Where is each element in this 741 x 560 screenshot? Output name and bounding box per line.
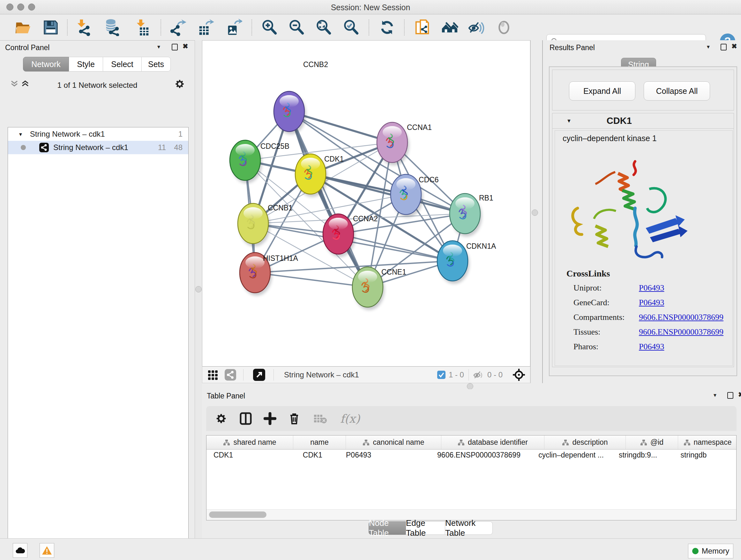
- fit-content-crosshair-icon[interactable]: [512, 368, 526, 381]
- network-group-row[interactable]: ▼ String Network – cdk1 1: [8, 127, 188, 141]
- refresh-button[interactable]: [378, 18, 396, 37]
- network-canvas[interactable]: CCNB2CCNA1CDC25BCDK1CDC6RB1CCNB1CCNA2CDK…: [202, 40, 530, 367]
- export-image-button[interactable]: [224, 18, 243, 37]
- node-CDC6[interactable]: CDC6: [391, 174, 439, 217]
- column-header-name[interactable]: name: [293, 435, 346, 449]
- zoom-out-button[interactable]: [287, 18, 306, 37]
- gene-section-header[interactable]: ▼ CDK1: [552, 113, 734, 129]
- save-session-button[interactable]: [42, 18, 60, 37]
- column-header-canonical-name[interactable]: canonical name: [346, 435, 441, 449]
- tab-sets[interactable]: Sets: [142, 57, 171, 71]
- table-cell[interactable]: CDK1: [206, 451, 286, 459]
- hidden-eye-icon[interactable]: [473, 370, 484, 380]
- divider-handle[interactable]: [467, 383, 473, 389]
- divider-handle[interactable]: [195, 286, 202, 293]
- control-panel-divider[interactable]: [195, 40, 203, 538]
- crosslink-value-link[interactable]: P06493: [639, 283, 664, 293]
- node-CDC25B[interactable]: CDC25B: [230, 140, 289, 183]
- node-CDKN1A[interactable]: CDKN1A: [437, 241, 496, 284]
- export-table-button[interactable]: [196, 18, 215, 37]
- column-header--id[interactable]: @id: [626, 435, 678, 449]
- cloud-button[interactable]: [13, 543, 27, 558]
- control-panel-float-icon[interactable]: [172, 44, 178, 51]
- column-header-namespace[interactable]: namespace: [678, 435, 737, 449]
- export-network-button[interactable]: [169, 18, 187, 37]
- crosslink-value-link[interactable]: P06493: [639, 298, 664, 307]
- table-cell[interactable]: 9606.ENSP00000378699: [427, 451, 530, 459]
- tab-network[interactable]: Network: [23, 57, 69, 71]
- column-header-description[interactable]: description: [544, 435, 626, 449]
- column-tree-icon: [362, 439, 369, 446]
- column-header-shared-name[interactable]: shared name: [206, 435, 293, 449]
- warning-button[interactable]: [40, 543, 54, 558]
- function-builder-button[interactable]: f(x): [340, 412, 360, 425]
- birds-eye-button[interactable]: [495, 18, 513, 37]
- zoom-selected-button[interactable]: [342, 18, 360, 37]
- control-panel-close-icon[interactable]: ✖: [183, 43, 188, 50]
- import-table-from-file-button[interactable]: [132, 18, 151, 37]
- control-panel-menu-icon[interactable]: ▼: [156, 44, 161, 50]
- table-cell[interactable]: stringdb: [664, 451, 723, 459]
- node-CCNE1[interactable]: CCNE1: [352, 267, 406, 310]
- table-panel-float-icon[interactable]: [727, 392, 733, 399]
- crosslink-value-link[interactable]: P06493: [639, 342, 664, 352]
- table-cell[interactable]: stringdb:9...: [612, 451, 664, 459]
- network-item-row[interactable]: String Network – cdk1 11 48: [8, 141, 188, 154]
- delete-column-icon[interactable]: [288, 412, 300, 425]
- table-cell[interactable]: CDK1: [286, 451, 339, 459]
- collapse-caret-icon[interactable]: ▼: [566, 118, 571, 124]
- scrollbar-thumb[interactable]: [209, 511, 266, 518]
- tab-node-table[interactable]: Node Table: [368, 521, 406, 535]
- zoom-fit-button[interactable]: [314, 18, 333, 37]
- tab-network-table[interactable]: Network Table: [445, 521, 493, 535]
- divider-handle[interactable]: [532, 209, 538, 216]
- application-window: Session: New Session: [0, 0, 741, 560]
- gear-icon[interactable]: [215, 413, 227, 425]
- results-panel-divider[interactable]: [530, 40, 545, 383]
- open-session-button[interactable]: [13, 18, 32, 37]
- crosslink-value-link[interactable]: 9606.ENSP00000378699: [639, 327, 724, 337]
- tab-style[interactable]: Style: [69, 57, 103, 71]
- column-header-database-identifier[interactable]: database identifier: [441, 435, 544, 449]
- node-RB1[interactable]: RB1: [450, 193, 493, 237]
- edge-CCNB2-CCNE1[interactable]: [289, 111, 367, 287]
- grid-icon[interactable]: [207, 369, 219, 381]
- collapse-all-button[interactable]: Collapse All: [644, 81, 710, 101]
- selected-checkbox-icon[interactable]: [437, 371, 446, 379]
- detach-view-icon[interactable]: [253, 369, 265, 381]
- table-row[interactable]: CDK1CDK1P064939606.ENSP00000378699cyclin…: [206, 449, 736, 460]
- show-columns-icon[interactable]: [239, 412, 252, 425]
- node-CCNA2[interactable]: CCNA2: [323, 214, 378, 257]
- home-button[interactable]: [441, 18, 459, 37]
- gear-icon[interactable]: [174, 78, 185, 89]
- node-HIST1H1A[interactable]: HIST1H1A: [240, 253, 298, 296]
- node-CCNB2[interactable]: CCNB2: [274, 60, 328, 134]
- column-header-label: description: [572, 438, 608, 447]
- table-panel-close-icon[interactable]: ✖: [738, 391, 741, 398]
- crosslink-value-link[interactable]: 9606.ENSP00000378699: [639, 313, 724, 322]
- add-column-icon[interactable]: [264, 412, 276, 425]
- import-network-from-file-button[interactable]: [75, 18, 93, 37]
- import-network-from-database-button[interactable]: [103, 18, 121, 37]
- show-hide-graphics-button[interactable]: [467, 18, 485, 37]
- expand-all-button[interactable]: Expand All: [569, 81, 635, 101]
- zoom-in-button[interactable]: [260, 18, 279, 37]
- copy-share-button[interactable]: [414, 18, 432, 37]
- share-view-icon[interactable]: [225, 369, 236, 381]
- results-panel-close-icon[interactable]: ✖: [731, 43, 737, 50]
- node-CCNB1[interactable]: CCNB1: [238, 203, 293, 246]
- table-panel-divider[interactable]: [202, 383, 741, 389]
- collapse-caret-icon[interactable]: ▼: [18, 132, 23, 137]
- results-panel-menu-icon[interactable]: ▼: [706, 44, 711, 50]
- network-graph[interactable]: CCNB2CCNA1CDC25BCDK1CDC6RB1CCNB1CCNA2CDK…: [202, 41, 530, 366]
- memory-button[interactable]: Memory: [688, 544, 733, 558]
- edge-CDK1-RB1[interactable]: [311, 174, 465, 213]
- table-panel-menu-icon[interactable]: ▼: [713, 392, 718, 398]
- table-cell[interactable]: P06493: [339, 451, 427, 459]
- table-cell[interactable]: cyclin–dependent ...: [530, 451, 612, 459]
- tab-edge-table[interactable]: Edge Table: [406, 521, 445, 535]
- results-panel-float-icon[interactable]: [721, 44, 727, 51]
- tab-select[interactable]: Select: [103, 57, 142, 71]
- edge-CCNA2-CDKN1A[interactable]: [338, 234, 453, 261]
- node-CCNA1[interactable]: CCNA1: [377, 122, 432, 165]
